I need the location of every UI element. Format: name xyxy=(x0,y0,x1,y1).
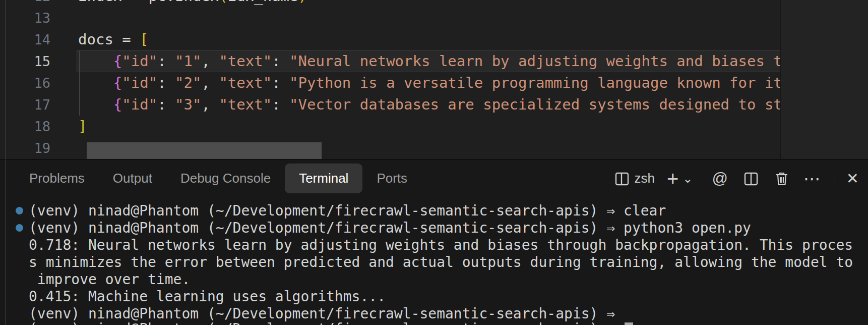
panel-tabs: ProblemsOutputDebug ConsoleTerminalPorts xyxy=(15,160,421,197)
code-token: "text" xyxy=(219,96,272,113)
code-token xyxy=(78,74,113,91)
command-decoration-dot[interactable] xyxy=(16,207,23,214)
code-text: docs = [ xyxy=(78,29,149,50)
code-token: "3" xyxy=(175,96,201,113)
code-token: "text" xyxy=(219,52,272,70)
code-token: : xyxy=(272,96,289,113)
code-token: , xyxy=(201,74,219,91)
code-token: "text" xyxy=(219,74,272,91)
code-token: idx_name xyxy=(228,0,298,5)
code-token: "Neural networks learn by adjusting weig… xyxy=(289,52,780,70)
code-token: : xyxy=(272,52,289,70)
editor-lines[interactable]: 12index = pc.Index(idx_name)1314docs = [… xyxy=(0,0,780,159)
line-number: 16 xyxy=(0,72,50,94)
code-token: ) xyxy=(298,0,307,5)
code-token: "id" xyxy=(122,74,157,91)
code-line[interactable]: 15 {"id": "1", "text": "Neural networks … xyxy=(0,50,780,72)
tab-output[interactable]: Output xyxy=(99,164,166,193)
terminal-line: s minimizes the error between predicted … xyxy=(29,253,853,271)
toolbar-divider xyxy=(835,169,835,188)
code-token: : xyxy=(272,74,289,91)
window-left-border xyxy=(5,0,6,325)
code-text: {"id": "1", "text": "Neural networks lea… xyxy=(78,50,780,72)
tab-problems[interactable]: Problems xyxy=(15,164,99,193)
terminal-line: (venv) ninad@Phantom (~/Development/fire… xyxy=(29,219,751,237)
split-terminal-icon[interactable] xyxy=(743,167,759,190)
terminal-tabs-icon[interactable] xyxy=(614,167,630,190)
line-number: 12 xyxy=(0,0,50,7)
terminal-cursor xyxy=(625,322,633,325)
editor-right-margin xyxy=(780,0,868,159)
code-line[interactable]: 16 {"id": "2", "text": "Python is a vers… xyxy=(0,72,780,94)
panel-toolbar: zsh + ⌄ @ ⋯ ✕ xyxy=(599,160,868,197)
code-token xyxy=(78,96,113,113)
code-token: { xyxy=(113,96,122,113)
code-token: ( xyxy=(219,0,227,5)
line-number: 18 xyxy=(0,116,50,137)
code-line[interactable]: 17 {"id": "3", "text": "Vector databases… xyxy=(0,94,780,116)
terminal-content[interactable]: (venv) ninad@Phantom (~/Development/fire… xyxy=(0,197,868,325)
code-token: "Vector databases are specialized system… xyxy=(289,96,780,113)
code-token: docs = xyxy=(78,31,140,48)
tab-terminal[interactable]: Terminal xyxy=(285,164,362,193)
close-panel-icon[interactable]: ✕ xyxy=(846,167,859,190)
code-line[interactable]: 14docs = [ xyxy=(0,29,780,50)
terminal-line: (venv) ninad@Phantom (~/Development/fire… xyxy=(29,320,633,325)
vscode-window: 12index = pc.Index(idx_name)1314docs = [… xyxy=(0,0,868,325)
command-decoration-dot[interactable] xyxy=(16,224,23,232)
code-token: [ xyxy=(140,31,148,48)
code-token: "1" xyxy=(175,52,201,70)
terminal-line: (venv) ninad@Phantom (~/Development/fire… xyxy=(29,202,666,220)
indent-guide xyxy=(79,50,80,116)
terminal-line: 0.415: Machine learning uses algorithms.… xyxy=(29,288,386,305)
code-token: "id" xyxy=(122,52,157,70)
code-token: "Python is a versatile programming langu… xyxy=(289,74,780,91)
bottom-panel: ProblemsOutputDebug ConsoleTerminalPorts… xyxy=(0,160,868,325)
more-actions-icon[interactable]: ⋯ xyxy=(803,167,822,190)
code-token: index = pc.Index xyxy=(78,0,219,5)
code-text: {"id": "3", "text": "Vector databases ar… xyxy=(78,94,780,116)
terminal-line: 0.718: Neural networks learn by adjustin… xyxy=(29,236,853,254)
code-token xyxy=(78,52,113,70)
code-token: { xyxy=(113,52,122,70)
launch-profile-chevron-icon[interactable]: ⌄ xyxy=(683,167,693,190)
code-token: : xyxy=(157,96,175,113)
code-token: : xyxy=(157,74,175,91)
tab-ports[interactable]: Ports xyxy=(362,164,421,193)
code-text: ] xyxy=(78,116,87,137)
code-line[interactable]: 13 xyxy=(0,7,780,29)
code-token: "2" xyxy=(175,74,201,91)
code-line[interactable]: 12index = pc.Index(idx_name) xyxy=(0,0,780,7)
line-number: 13 xyxy=(0,7,50,29)
line-number: 19 xyxy=(0,137,50,159)
code-token: , xyxy=(201,52,219,70)
new-terminal-icon[interactable]: + xyxy=(667,167,678,190)
line-number: 17 xyxy=(0,94,50,116)
terminal-line: improve over time. xyxy=(29,270,190,288)
code-text: index = pc.Index(idx_name) xyxy=(78,0,307,7)
shell-name-label[interactable]: zsh xyxy=(634,171,654,186)
code-token: ] xyxy=(78,118,87,135)
tab-debug-console[interactable]: Debug Console xyxy=(166,164,285,193)
code-text: {"id": "2", "text": "Python is a versati… xyxy=(78,72,780,94)
code-line[interactable]: 18] xyxy=(0,116,780,137)
line-number: 15 xyxy=(0,50,50,72)
kill-terminal-trash-icon[interactable] xyxy=(774,167,789,190)
line-number: 14 xyxy=(0,29,50,50)
chat-icon[interactable]: @ xyxy=(712,167,727,190)
code-token: : xyxy=(157,52,175,70)
code-token: { xyxy=(113,74,122,91)
code-token: "id" xyxy=(122,96,157,113)
code-token: , xyxy=(201,96,219,113)
code-editor[interactable]: 12index = pc.Index(idx_name)1314docs = [… xyxy=(0,0,868,159)
horizontal-scrollbar[interactable] xyxy=(87,142,322,159)
